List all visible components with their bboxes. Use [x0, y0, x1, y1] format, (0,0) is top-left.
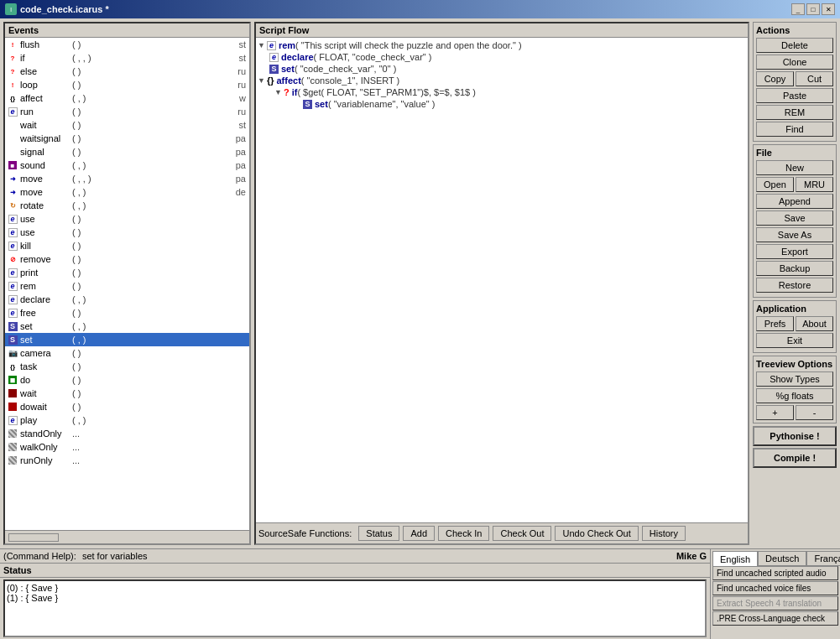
exit-button[interactable]: Exit — [756, 333, 833, 348]
tree-item[interactable]: Sset ( "code_check_var", "0" ) — [258, 63, 746, 75]
rem-button[interactable]: REM — [756, 105, 833, 120]
sourcesafe-bar: SourceSafe Functions: Status Add Check I… — [256, 522, 748, 543]
window-title: code_check.icarus * — [20, 4, 109, 14]
find-uncached-voice-button[interactable]: Find uncached voice files — [712, 581, 838, 595]
backup-button[interactable]: Backup — [756, 261, 833, 276]
check-out-button[interactable]: Check Out — [493, 526, 551, 541]
copy-button[interactable]: Copy — [756, 71, 794, 86]
main-window: I code_check.icarus * _ □ ✕ Events !flus… — [0, 0, 840, 639]
event-item[interactable]: ↻rotate ( , ) — [5, 199, 249, 212]
find-uncached-audio-button[interactable]: Find uncached scripted audio — [712, 566, 838, 580]
add-button[interactable]: Add — [403, 526, 435, 541]
pre-cross-button[interactable]: .PRE Cross-Language check — [712, 611, 838, 626]
restore-button[interactable]: Restore — [756, 278, 833, 293]
event-item[interactable]: ➜move ( , )de — [5, 185, 249, 199]
event-item[interactable]: !loop ( )ru — [5, 78, 249, 91]
event-item[interactable]: Sset ( , ) — [5, 320, 249, 333]
event-item[interactable]: {}affect ( , )w — [5, 91, 249, 105]
compile-button[interactable]: Compile ! — [753, 448, 837, 468]
open-button[interactable]: Open — [756, 177, 794, 192]
clone-button[interactable]: Clone — [756, 55, 833, 70]
show-types-button[interactable]: Show Types — [756, 371, 833, 387]
event-item[interactable]: signal ( )pa — [5, 145, 249, 158]
script-tree[interactable]: ▼erem ( "This script will check the puzz… — [256, 38, 748, 522]
event-item[interactable]: ekill ( ) — [5, 239, 249, 252]
events-scrollbar[interactable] — [5, 530, 249, 543]
user-label: Mike G — [676, 551, 707, 561]
pythonise-button[interactable]: Pythonise ! — [753, 426, 837, 446]
event-item[interactable]: edeclare ( , ) — [5, 293, 249, 306]
event-item[interactable]: wait ( ) — [5, 387, 249, 400]
actions-section: Actions Delete Clone Copy Cut Paste REM … — [753, 22, 837, 142]
event-item[interactable]: efree ( ) — [5, 306, 249, 320]
deutsch-tab[interactable]: Deutsch — [758, 551, 806, 566]
script-panel: Script Flow ▼erem ( "This script will ch… — [254, 22, 749, 545]
event-item[interactable]: dowait ( ) — [5, 400, 249, 413]
minus-button[interactable]: - — [796, 405, 833, 420]
event-item[interactable]: ⊘remove ( ) — [5, 252, 249, 266]
event-item[interactable]: !flush ( )st — [5, 38, 249, 51]
file-header: File — [756, 148, 833, 158]
cut-button[interactable]: Cut — [796, 71, 833, 86]
minimize-button[interactable]: _ — [791, 3, 805, 15]
plus-button[interactable]: + — [756, 405, 794, 420]
close-button[interactable]: ✕ — [822, 3, 835, 15]
command-help-bar: (Command Help): set for variables Mike G — [0, 549, 710, 564]
mru-button[interactable]: MRU — [796, 177, 833, 192]
maximize-button[interactable]: □ — [806, 3, 820, 15]
event-item[interactable]: euse ( ) — [5, 212, 249, 226]
event-item[interactable]: {}task ( ) — [5, 360, 249, 373]
events-list[interactable]: !flush ( )st?if ( , , )st?else ( )ru!loo… — [5, 38, 249, 530]
event-item[interactable]: runOnly ... — [5, 454, 249, 467]
actions-panel: Actions Delete Clone Copy Cut Paste REM … — [753, 22, 837, 545]
event-item[interactable]: ➜move ( , , )pa — [5, 172, 249, 185]
save-button[interactable]: Save — [756, 210, 833, 226]
check-in-button[interactable]: Check In — [438, 526, 489, 541]
history-button[interactable]: History — [642, 526, 686, 541]
status-line: (0) : { Save } — [7, 583, 703, 593]
floats-button[interactable]: %g floats — [756, 388, 833, 403]
english-tab[interactable]: English — [712, 551, 758, 566]
application-section: Application Prefs About Exit — [753, 300, 837, 353]
event-item[interactable]: ■sound ( , )pa — [5, 158, 249, 172]
event-item[interactable]: wait ( )st — [5, 118, 249, 132]
event-item[interactable]: ■do ( ) — [5, 373, 249, 387]
event-item[interactable]: ?else ( )ru — [5, 65, 249, 78]
tree-item[interactable]: ▼{}affect ( "console_1", INSERT ) — [258, 75, 746, 86]
new-button[interactable]: New — [756, 160, 833, 175]
event-item[interactable]: eplay ( , ) — [5, 413, 249, 427]
bottom-right-panel: English Deutsch Français Find uncached s… — [710, 549, 840, 639]
event-item[interactable]: euse ( ) — [5, 226, 249, 239]
event-item[interactable]: ?if ( , , )st — [5, 51, 249, 65]
status-button[interactable]: Status — [358, 526, 399, 541]
tree-item[interactable]: ▼erem ( "This script will check the puzz… — [258, 39, 746, 51]
append-button[interactable]: Append — [756, 194, 833, 209]
export-button[interactable]: Export — [756, 244, 833, 259]
event-item[interactable]: eprint ( ) — [5, 266, 249, 279]
tree-item[interactable]: edeclare ( FLOAT, "code_check_var" ) — [258, 51, 746, 63]
about-button[interactable]: About — [796, 316, 833, 331]
find-button[interactable]: Find — [756, 122, 833, 137]
command-help-text: set for variables — [82, 551, 148, 561]
delete-button[interactable]: Delete — [756, 38, 833, 53]
undo-check-out-button[interactable]: Undo Check Out — [555, 526, 638, 541]
extract-speech-button[interactable]: Extract Speech 4 translation — [712, 596, 838, 610]
tree-item[interactable]: Sset ( "variablename", "value" ) — [258, 98, 746, 110]
event-item[interactable]: 📷camera ( ) — [5, 346, 249, 360]
events-header: Events — [5, 23, 249, 38]
tree-item[interactable]: ▼?if ( $get( FLOAT, "SET_PARM1")$, $=$, … — [258, 86, 746, 98]
event-item[interactable]: Sset ( , ) — [5, 333, 249, 346]
status-area: (0) : { Save }(1) : { Save } — [3, 579, 707, 637]
event-item[interactable]: standOnly ... — [5, 427, 249, 440]
save-as-button[interactable]: Save As — [756, 227, 833, 242]
event-item[interactable]: waitsignal ( )pa — [5, 132, 249, 145]
events-panel: Events !flush ( )st?if ( , , )st?else ( … — [3, 22, 251, 545]
prefs-button[interactable]: Prefs — [756, 316, 794, 331]
event-item[interactable]: erun ( )ru — [5, 105, 249, 118]
command-help-label: (Command Help): — [3, 551, 76, 561]
paste-button[interactable]: Paste — [756, 88, 833, 103]
francais-tab[interactable]: Français — [806, 551, 840, 566]
treeview-header: Treeview Options — [756, 359, 833, 369]
event-item[interactable]: erem ( ) — [5, 279, 249, 293]
event-item[interactable]: walkOnly ... — [5, 440, 249, 454]
